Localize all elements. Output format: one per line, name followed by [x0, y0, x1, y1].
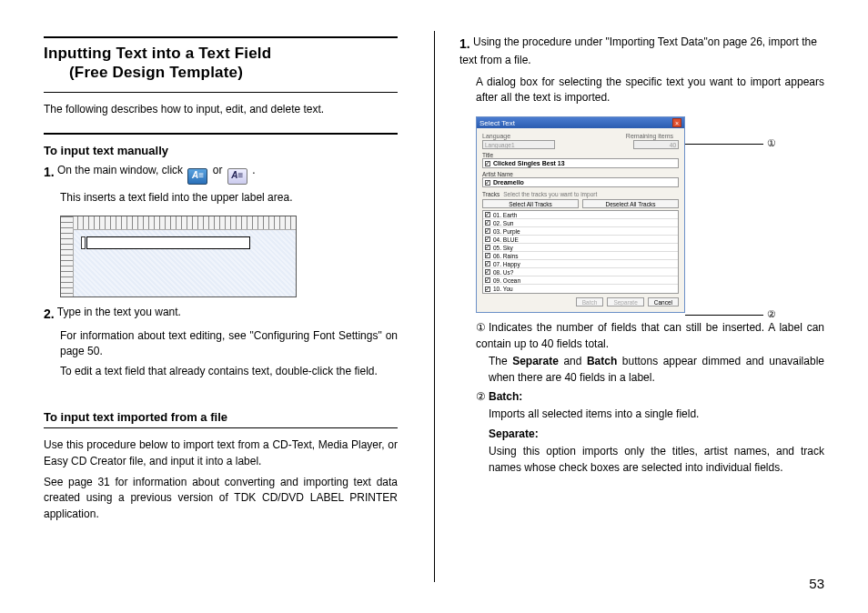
step1-sub: This inserts a text field into the upper… [60, 190, 398, 206]
import-para1: Use this procedure below to import text … [44, 437, 398, 469]
right-column: 1. Using the procedure under "Importing … [434, 0, 868, 613]
track-row[interactable]: 06. Rains [483, 252, 678, 260]
tracks-label: Tracks [482, 191, 500, 197]
track-row[interactable]: 02. Sun [483, 219, 678, 227]
callout2-num: ② [476, 389, 489, 405]
separate-label: Separate: [489, 427, 539, 440]
main-title: Inputting Text into a Text Field (Free D… [44, 44, 398, 83]
artist-row[interactable]: Dreamello [482, 177, 679, 187]
step2-body: Type in the text you want. [57, 306, 181, 318]
callout1-num: ① [476, 320, 489, 336]
lang-label: Language [482, 133, 528, 139]
cursor-marker [81, 236, 86, 249]
r-step1-body: Using the procedure under "Importing Tex… [459, 35, 817, 66]
callout1-text: Indicates the number of fields that can … [476, 321, 824, 349]
track-checkbox[interactable] [485, 245, 490, 250]
callout-2: ②Batch: [476, 389, 824, 405]
left-column: Inputting Text into a Text Field (Free D… [0, 0, 434, 613]
intro-text: The following describes how to input, ed… [44, 102, 398, 117]
tracks-desc: Select the tracks you want to import [503, 191, 597, 197]
batch-button[interactable]: Batch [576, 297, 604, 306]
batch-text: Imports all selected items into a single… [489, 407, 824, 422]
close-icon[interactable]: × [672, 118, 681, 127]
r-step1-sub: A dialog box for selecting the specific … [476, 75, 824, 106]
step2-sub2: To edit a text field that already contai… [60, 364, 398, 379]
sub-heading-import: To input text imported from a file [44, 410, 398, 424]
title-row[interactable]: Clicked Singles Best 13 [482, 158, 679, 168]
step-1: 1. On the main window, click A≡ or A≡ . [44, 163, 398, 185]
dialog-button-row: Batch Separate Cancel [482, 297, 679, 306]
figure-label-editor [60, 216, 297, 297]
select-all-button[interactable]: Select All Tracks [482, 199, 579, 208]
remain-label: Remaining items [528, 133, 679, 139]
callout-marker-1: ① [767, 137, 776, 149]
inserted-text-field [86, 236, 250, 249]
sub-heading-manual: To input text manually [44, 144, 398, 157]
callout-marker-2: ② [767, 308, 776, 320]
artist-checkbox[interactable] [485, 180, 490, 186]
step1-body: On the main window, click A≡ or A≡ . [57, 164, 255, 176]
page-number: 53 [809, 576, 824, 591]
title-checkbox[interactable] [485, 161, 490, 166]
track-checkbox[interactable] [485, 277, 490, 283]
dialog-body: Language Remaining items Language1 40 Ti… [477, 128, 684, 312]
title-line2: (Free Design Template) [44, 63, 398, 82]
separate-label-row: Separate: [489, 427, 824, 442]
dialog-wrap: Select Text × Language Remaining items L… [476, 116, 824, 313]
title-label: Title [482, 152, 679, 158]
track-checkbox[interactable] [485, 253, 490, 258]
pointer-line-1 [685, 144, 763, 145]
step2-sub1: For information about text editing, see … [60, 328, 398, 360]
r-step1-num: 1. [459, 35, 470, 53]
ruler-vertical [61, 216, 74, 296]
rule-under-sub2 [44, 427, 398, 428]
rule-under-title [44, 92, 398, 93]
batch-label: Batch: [489, 390, 522, 403]
track-row[interactable]: 01. Earth [483, 211, 678, 219]
remaining-field: 40 [633, 140, 679, 149]
pointer-line-2 [685, 315, 763, 316]
rule-mid [44, 133, 398, 135]
tracks-list: 01. Earth 02. Sun 03. Purple 04. BLUE 05… [482, 210, 679, 294]
text-tool-upper-icon: A≡ [187, 168, 207, 185]
title-line1: Inputting Text into a Text Field [44, 45, 271, 62]
step2-num: 2. [44, 305, 55, 323]
import-para2: See page 31 for information about conver… [44, 475, 398, 522]
separate-button[interactable]: Separate [607, 297, 643, 306]
track-row[interactable]: 07. Happy [483, 260, 678, 268]
track-checkbox[interactable] [485, 228, 490, 234]
track-row[interactable]: 10. You [483, 285, 678, 293]
track-row[interactable]: 08. Us? [483, 268, 678, 276]
dialog-titlebar: Select Text × [477, 117, 684, 128]
artist-label: Artist Name [482, 171, 679, 177]
dialog-title: Select Text [479, 119, 515, 127]
track-checkbox[interactable] [485, 220, 490, 226]
track-checkbox[interactable] [485, 236, 490, 242]
track-row[interactable]: 04. BLUE [483, 236, 678, 244]
r-step1: 1. Using the procedure under "Importing … [459, 35, 824, 69]
title-value: Clicked Singles Best 13 [493, 160, 565, 166]
cancel-button[interactable]: Cancel [648, 297, 679, 306]
step1-num: 1. [44, 163, 55, 181]
text-tool-lower-icon: A≡ [227, 168, 247, 185]
track-checkbox[interactable] [485, 261, 490, 266]
separate-text: Using this option imports only the title… [489, 444, 824, 476]
track-checkbox[interactable] [485, 212, 490, 217]
track-row[interactable]: 05. Sky [483, 244, 678, 252]
track-checkbox[interactable] [485, 269, 490, 275]
track-row[interactable]: 03. Purple [483, 227, 678, 236]
deselect-all-button[interactable]: Deselect All Tracks [582, 199, 679, 208]
callout1-sub: The Separate and Batch buttons appear di… [489, 354, 824, 386]
select-text-dialog: Select Text × Language Remaining items L… [476, 116, 685, 313]
rule-top [44, 36, 398, 38]
lang-field[interactable]: Language1 [482, 140, 555, 149]
callout-1: ①Indicates the number of fields that can… [476, 320, 824, 352]
step-2: 2. Type in the text you want. [44, 305, 398, 323]
artist-value: Dreamello [493, 179, 524, 186]
track-row[interactable]: 09. Ocean [483, 276, 678, 285]
track-checkbox[interactable] [485, 286, 490, 292]
